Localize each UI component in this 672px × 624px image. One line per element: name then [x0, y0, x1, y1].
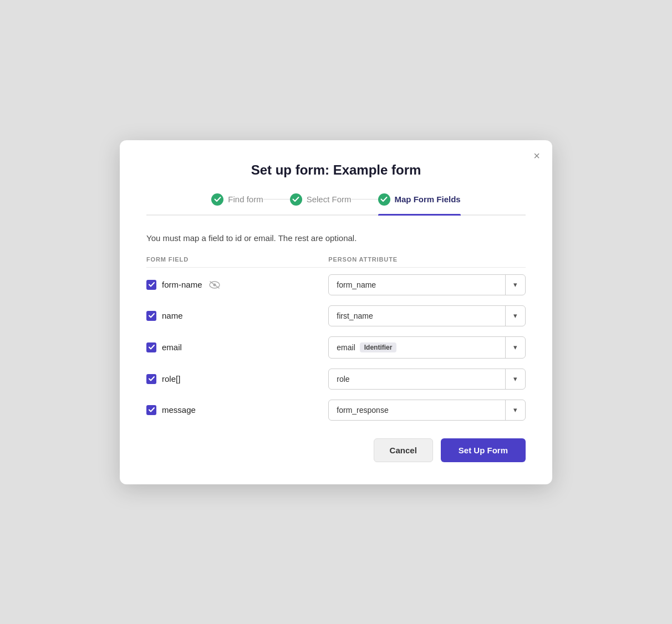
step-find-form-check: [211, 193, 223, 206]
checkmark-icon: [292, 196, 299, 203]
checkbox-role[interactable]: [146, 374, 156, 384]
select-value-email: email Identifier: [329, 337, 505, 358]
field-name-message: message: [162, 405, 196, 415]
person-attr-header: PERSON ATTRIBUTE: [328, 256, 526, 263]
select-arrow-role[interactable]: ▾: [505, 369, 525, 389]
field-row-message: message form_response ▾: [146, 400, 526, 421]
field-left-email: email: [146, 342, 328, 352]
field-row-name: name first_name ▾: [146, 305, 526, 326]
select-message[interactable]: form_response ▾: [328, 400, 526, 421]
step-map-fields[interactable]: Map Form Fields: [378, 193, 461, 214]
step-map-fields-label: Map Form Fields: [395, 195, 461, 204]
checkbox-check-icon: [149, 407, 155, 413]
field-row-email: email email Identifier ▾: [146, 336, 526, 359]
eye-off-icon[interactable]: [209, 281, 220, 289]
fields-header: FORM FIELD PERSON ATTRIBUTE: [146, 256, 526, 268]
footer: Cancel Set Up Form: [146, 438, 526, 462]
field-name-role: role[]: [162, 374, 180, 383]
checkbox-message[interactable]: [146, 405, 156, 415]
step-map-fields-check: [378, 193, 390, 206]
step-find-form-label: Find form: [228, 195, 263, 204]
step-select-form-label: Select Form: [307, 195, 352, 204]
select-arrow-message[interactable]: ▾: [505, 400, 525, 420]
field-name-email: email: [162, 342, 182, 352]
checkbox-check-icon: [149, 282, 155, 288]
checkbox-check-icon: [149, 376, 155, 382]
checkbox-check-icon: [149, 344, 155, 350]
setup-form-modal: × Set up form: Example form Find form Se…: [120, 140, 552, 484]
checkbox-check-icon: [149, 313, 155, 319]
field-left-message: message: [146, 405, 328, 415]
step-separator-1: [263, 199, 290, 200]
cancel-button[interactable]: Cancel: [374, 438, 433, 462]
step-select-form-check: [290, 193, 302, 206]
select-arrow-email[interactable]: ▾: [505, 337, 525, 358]
field-right-email: email Identifier ▾: [328, 336, 526, 359]
step-find-form[interactable]: Find form: [211, 193, 263, 214]
select-value-name: first_name: [329, 306, 505, 326]
step-select-form[interactable]: Select Form: [290, 193, 352, 214]
field-row-form-name: form-name form_name ▾: [146, 274, 526, 295]
setup-form-button[interactable]: Set Up Form: [441, 438, 526, 462]
field-right-name: first_name ▾: [328, 305, 526, 326]
field-right-role: role ▾: [328, 369, 526, 390]
close-button[interactable]: ×: [533, 150, 540, 161]
checkbox-email[interactable]: [146, 342, 156, 352]
select-email[interactable]: email Identifier ▾: [328, 336, 526, 359]
select-value-form-name: form_name: [329, 275, 505, 295]
modal-title: Set up form: Example form: [146, 162, 526, 178]
steps-nav: Find form Select Form Map Form Fields: [146, 193, 526, 216]
field-row-role: role[] role ▾: [146, 369, 526, 390]
field-left-name: name: [146, 311, 328, 321]
checkmark-icon: [214, 196, 221, 203]
select-value-role: role: [329, 369, 505, 389]
checkmark-icon: [380, 196, 388, 203]
step-separator-2: [352, 199, 378, 200]
select-form-name[interactable]: form_name ▾: [328, 274, 526, 295]
form-field-header: FORM FIELD: [146, 256, 328, 263]
select-value-message: form_response: [329, 400, 505, 420]
select-arrow-form-name[interactable]: ▾: [505, 275, 525, 295]
checkbox-form-name[interactable]: [146, 280, 156, 290]
field-left-form-name: form-name: [146, 280, 328, 290]
field-name-name: name: [162, 311, 183, 320]
select-name[interactable]: first_name ▾: [328, 305, 526, 326]
select-arrow-name[interactable]: ▾: [505, 306, 525, 326]
select-role[interactable]: role ▾: [328, 369, 526, 390]
checkbox-name[interactable]: [146, 311, 156, 321]
field-right-form-name: form_name ▾: [328, 274, 526, 295]
identifier-badge: Identifier: [360, 342, 397, 352]
description-text: You must map a field to id or email. The…: [146, 233, 526, 243]
field-right-message: form_response ▾: [328, 400, 526, 421]
field-left-role: role[]: [146, 374, 328, 384]
field-name-form-name: form-name: [162, 280, 202, 289]
